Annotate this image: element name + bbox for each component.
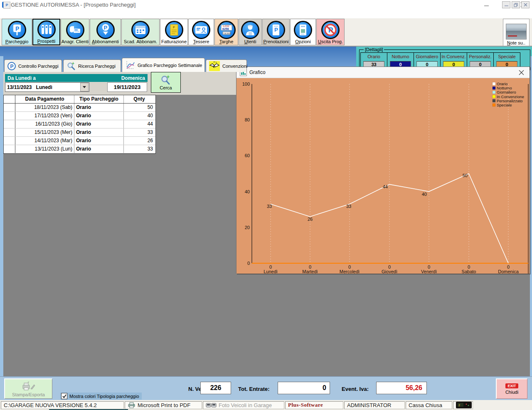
table-row[interactable]: 15/11/2023 (Mer)Orario33: [4, 128, 155, 137]
from-date-value: 13/11/2023 Lunedì: [5, 84, 80, 90]
grafico-window: Grafico 1008060402003326334440500000000L…: [236, 67, 530, 274]
range-from-label: Da Lunedì a: [7, 75, 36, 81]
column-header: Qnty: [124, 95, 155, 103]
printer-icon: [128, 402, 135, 408]
mdi-minimize-icon[interactable]: [502, 1, 510, 8]
toolbar-button-targhe[interactable]: 4+RSM6256CA·2B609Targhe: [214, 19, 238, 45]
svg-text:20: 20: [245, 225, 250, 230]
tab-label: Controllo Parcheggi: [18, 64, 59, 69]
from-date-combobox[interactable]: 13/11/2023 Lunedì: [5, 82, 89, 92]
user-icon: [241, 21, 259, 39]
parking-meters-icon: [37, 20, 56, 39]
line-chart-icon: [125, 60, 135, 70]
tot-entrate-value[interactable]: 0: [278, 382, 330, 394]
toolbar-label: Parcheggio: [5, 39, 29, 44]
status-panel-cassa-chiusa: Cassa Chiusa: [406, 401, 452, 409]
dettagli-cell-label: Notturno: [387, 54, 414, 59]
toolbar-button-scad-abbonam[interactable]: Scad. Abbonam.: [121, 19, 160, 45]
row-selector-cell: [4, 104, 15, 111]
toolbar-button-uscita-prog[interactable]: PUscita Prog.: [316, 19, 345, 45]
dettagli-group-label: [Dettagli]: [364, 47, 384, 52]
svg-text:33: 33: [267, 204, 272, 209]
svg-text:P: P: [103, 25, 107, 31]
payments-table: Data PagamentoTipo ParcheggioQnty18/11/2…: [3, 95, 156, 154]
table-row[interactable]: 14/11/2023 (Mar)Orario26: [4, 137, 155, 145]
grafico-title-bar[interactable]: Grafico: [236, 67, 530, 78]
svg-text:Mercoledì: Mercoledì: [340, 269, 360, 274]
status-panel-foto-veicoli-in-garage: Foto Veicoli in Garage: [203, 401, 284, 409]
toolbar-button-fatturazione[interactable]: FFatturazione: [160, 19, 188, 45]
close-icon[interactable]: [513, 67, 530, 78]
to-date-field[interactable]: 19/11/2023: [107, 82, 147, 92]
date-cell: 18/11/2023 (Sab): [15, 104, 74, 111]
window-title: GESTIONE AUTORIMESSA - [Prospetto Parche…: [11, 2, 135, 8]
status-panel-plus-software: Plus-Software: [285, 401, 343, 409]
toolbar-button-prenotazioni[interactable]: PPrenotazioni: [262, 19, 290, 45]
toolbar-button-prospetti[interactable]: Prospetti: [32, 19, 60, 45]
table-row[interactable]: 17/11/2023 (Ven)Orario40: [4, 112, 155, 120]
toolbar-label: Prenotazioni: [263, 39, 288, 44]
toolbar-button-anagr-clienti[interactable]: Anagr. Clienti: [61, 19, 89, 45]
tab-grafico-parcheggio-settimanale[interactable]: Grafico Parcheggio Settimanale: [122, 58, 205, 72]
tab-controllo-parcheggi[interactable]: PControllo Parcheggi: [4, 59, 62, 72]
bottom-bar: Stampa/Esporta Mostra colori Tipologia p…: [0, 376, 532, 400]
n-veicoli-value: 226: [200, 382, 231, 394]
status-text: Microsoft Print to PDF: [138, 402, 190, 408]
cerca-label: Cerca: [160, 85, 172, 91]
tab-label: Ricerca Parcheggi: [78, 64, 116, 69]
svg-text:2: 2: [458, 404, 460, 407]
parking-p-icon: P: [7, 62, 16, 70]
toolbar-button-tessere[interactable]: Tessere: [188, 19, 214, 45]
mdi-document-icon[interactable]: P: [3, 2, 10, 9]
column-header: Tipo Parcheggio: [74, 95, 124, 103]
svg-text:44: 44: [383, 184, 388, 189]
note-su-button[interactable]: Note su..: [503, 19, 530, 46]
search-plus-icon: +: [66, 62, 76, 71]
mostra-colori-checkbox[interactable]: [61, 393, 67, 399]
toolbar-label: Utenti: [244, 39, 256, 44]
mdi-restore-icon[interactable]: [512, 1, 520, 8]
stampa-esporta-label: Stampa/Esporta: [12, 392, 45, 398]
chevron-down-icon[interactable]: [80, 83, 89, 91]
toolbar-label: Abbonamenti: [92, 39, 119, 44]
tab-convenzioni[interactable]: Convenzioni: [206, 59, 247, 72]
table-row[interactable]: 16/11/2023 (Gio)Orario44: [4, 120, 155, 128]
mdi-close-icon[interactable]: [521, 1, 530, 8]
calendar-icon: [131, 21, 150, 39]
table-row[interactable]: 13/11/2023 (Lun)Orario33: [4, 145, 155, 153]
minimize-icon[interactable]: [477, 0, 495, 9]
table-row[interactable]: 18/11/2023 (Sab)Orario50: [4, 104, 155, 112]
toolbar-button-opzioni[interactable]: Opzioni: [290, 19, 316, 45]
type-cell: Orario: [74, 145, 124, 153]
qty-cell: 33: [124, 128, 155, 136]
reservation-icon: P: [267, 21, 285, 39]
cerca-button[interactable]: + Cerca: [151, 72, 181, 93]
app-window: P GESTIONE AUTORIMESSA - [Prospetto Parc…: [0, 0, 532, 410]
dettagli-cell-label: Personaliz.: [467, 54, 493, 59]
svg-text:P: P: [10, 63, 14, 69]
row-selector-cell: [4, 112, 15, 120]
svg-text:Giovedì: Giovedì: [382, 269, 397, 274]
chiudi-label: Chiudi: [505, 390, 518, 395]
column-header: [4, 95, 15, 103]
tab-ricerca-parcheggi[interactable]: +Ricerca Parcheggi: [63, 59, 121, 72]
stampa-esporta-button[interactable]: Stampa/Esporta: [4, 378, 52, 399]
svg-text:33: 33: [346, 204, 351, 209]
type-cell: Orario: [74, 112, 124, 120]
dettagli-cell-label: Speciale: [494, 54, 520, 59]
title-bar[interactable]: P GESTIONE AUTORIMESSA - [Prospetto Parc…: [0, 0, 532, 9]
toolbar-button-abbonamenti[interactable]: PAbbonamenti: [90, 19, 121, 45]
date-range-header: Da Lunedì a Domenica: [5, 74, 148, 82]
qty-cell: 26: [124, 137, 155, 145]
toolbar-button-parcheggio[interactable]: PParcheggio: [2, 19, 32, 45]
svg-text:P: P: [15, 25, 19, 32]
subscription-icon: P: [96, 21, 115, 39]
svg-text:Venerdì: Venerdì: [421, 269, 437, 274]
garage-photo-thumbnail: [506, 24, 527, 40]
chiudi-button[interactable]: EXIT Chiudi: [496, 378, 527, 399]
status-panel-microsoft-print-to-pdf: Microsoft Print to PDF: [125, 401, 202, 409]
event-iva-label: Event. Iva:: [342, 386, 369, 392]
svg-text:6256: 6256: [222, 27, 229, 30]
toolbar-button-utenti[interactable]: Utenti: [239, 19, 262, 45]
svg-text:Sabato: Sabato: [462, 269, 476, 274]
